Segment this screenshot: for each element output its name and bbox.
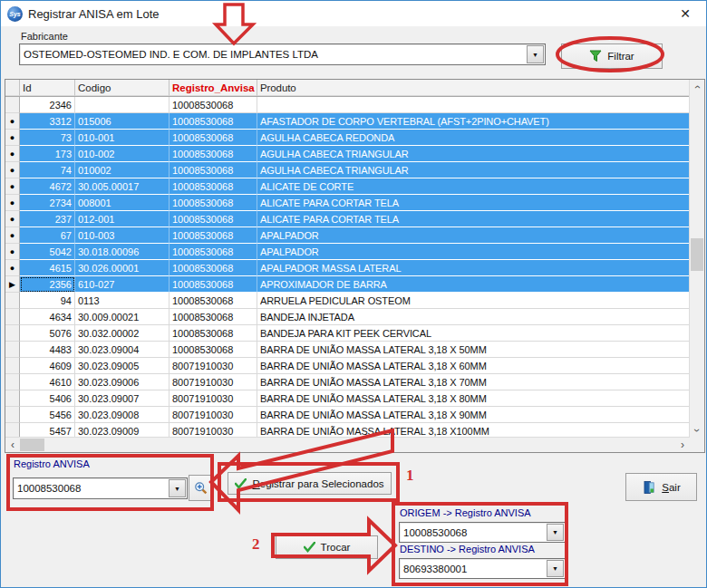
close-icon[interactable]: ✕ [672,1,699,26]
cell-id: 173 [20,146,75,162]
cell-registro: 10008530068 [169,178,257,195]
cell-id: 5457 [20,423,75,437]
cell-codigo: 008001 [75,195,169,211]
table-row[interactable]: ● 73 010-001 10008530068 AGULHA CABECA R… [5,130,690,146]
row-indicator: ● [5,130,20,146]
sair-button[interactable]: Sair [625,473,697,501]
fabricante-combobox[interactable]: OSTEOMED-OSTEOMED IND. E COM. DE IMPLANT… [19,43,546,65]
vertical-scrollbar[interactable]: › › [689,80,704,438]
scroll-up-icon[interactable]: › [690,80,704,94]
horizontal-scroll-thumb[interactable] [20,439,44,451]
row-indicator: ● [5,195,20,211]
table-row[interactable]: ● 5042 30.018.00096 10008530068 APALPADO… [5,244,690,260]
origem-combobox[interactable]: 10008530068 ▼ [399,522,566,543]
row-indicator: ● [5,244,20,260]
destino-combobox[interactable]: 80693380001 ▼ [399,558,566,579]
table-row[interactable]: ● 4672 30.005.00017 10008530068 ALICATE … [5,178,690,195]
cell-produto: BANDEJA PARA KIT PEEK CERVICAL [257,325,690,342]
cell-id: 2356 [20,276,75,293]
table-row[interactable]: ▶ 2356 610-027 10008530068 APROXIMADOR D… [5,276,690,293]
cell-id: 5042 [20,244,75,260]
cell-produto: ALICATE DE CORTE [257,178,690,195]
cell-id: 237 [20,211,75,227]
chevron-down-icon[interactable]: ▼ [547,560,564,577]
cell-registro: 10008530068 [169,276,257,293]
table-row[interactable]: ● 3312 015006 10008530068 AFASTADOR DE C… [5,113,690,130]
table-row[interactable]: 2346 10008530068 [5,97,690,113]
cell-codigo: 010-003 [75,227,169,244]
registrar-selecionados-button[interactable]: Registrar para Selecionados [228,472,392,495]
table-row[interactable]: 4610 30.023.09006 80071910030 BARRA DE U… [5,374,690,390]
cell-codigo: 30.005.00017 [75,178,169,195]
fabricante-label: Fabricante [21,31,68,42]
cell-codigo: 30.026.00001 [75,260,169,276]
cell-id: 4483 [20,342,75,358]
cell-id: 4610 [20,374,75,390]
row-indicator [5,407,20,423]
grid-header: Id Codigo Registro_Anvisa Produto [5,80,690,97]
table-row[interactable]: 94 0113 10008530068 ARRUELA PEDICULAR OS… [5,293,690,309]
registro-anvisa-combobox[interactable]: 10008530068 ▼ [13,477,188,499]
scroll-down-icon[interactable]: › [690,423,704,438]
table-row[interactable]: 5406 30.023.09007 80071910030 BARRA DE U… [5,390,690,407]
table-row[interactable]: ● 74 010002 10008530068 AGULHA CABECA TR… [5,162,690,178]
vertical-scroll-thumb[interactable] [691,238,703,271]
scroll-right-icon[interactable]: › [675,438,690,452]
row-indicator: ▶ [5,276,20,293]
row-indicator: ● [5,162,20,178]
row-indicator: ● [5,113,20,130]
titlebar: Sys Registrar ANISA em Lote ✕ [1,1,706,26]
trocar-button[interactable]: Trocar [276,535,378,559]
annotation-number-1: 1 [406,467,414,485]
cell-registro: 10008530068 [169,293,257,309]
exit-door-icon [642,480,656,495]
cell-codigo: 610-027 [75,276,169,293]
header-produto[interactable]: Produto [257,80,690,96]
origem-label: ORIGEM -> Registro ANVISA [400,507,531,518]
table-row[interactable]: 5076 30.032.00002 10008530068 BANDEJA PA… [5,325,690,342]
cell-produto: ALICATE PARA CORTAR TELA [257,211,690,227]
cell-registro: 10008530068 [169,162,257,178]
chevron-down-icon[interactable]: ▼ [169,479,186,497]
row-indicator [5,309,20,325]
header-id[interactable]: Id [20,80,75,96]
filtrar-label: Filtrar [607,51,634,62]
cell-registro: 10008530068 [169,211,257,227]
table-row[interactable]: ● 4615 30.026.00001 10008530068 APALPADO… [5,260,690,276]
cell-codigo: 30.023.09008 [75,407,169,423]
cell-produto: AGULHA CABECA REDONDA [257,130,690,146]
cell-produto: BARRA DE UNIÃO MASSA LATERAL 3,18 X 50MM [257,342,690,358]
table-row[interactable]: 4483 30.023.09004 10008530068 BARRA DE U… [5,342,690,358]
table-row[interactable]: 4634 30.009.00021 10008530068 BANDEJA IN… [5,309,690,325]
table-row[interactable]: 5456 30.023.09008 80071910030 BARRA DE U… [5,407,690,423]
cell-id: 67 [20,227,75,244]
cell-produto: APALPADOR MASSA LATERAL [257,260,690,276]
row-indicator [5,325,20,342]
header-registro-anvisa[interactable]: Registro_Anvisa [169,80,257,96]
cell-registro: 80071910030 [169,423,257,437]
cell-produto: ARRUELA PEDICULAR OSTEOM [257,293,690,309]
chevron-down-icon[interactable]: ▼ [527,45,544,63]
cell-produto: BARRA DE UNIÃO MASSA LATERAL 3,18 X100MM [257,423,690,437]
filtrar-button[interactable]: Filtrar [561,43,663,69]
header-codigo[interactable]: Codigo [75,80,169,96]
table-row[interactable]: ● 237 012-001 10008530068 ALICATE PARA C… [5,211,690,227]
row-indicator [5,358,20,374]
table-row[interactable]: ● 173 010-002 10008530068 AGULHA CABECA … [5,146,690,162]
horizontal-scrollbar[interactable]: ‹ › [5,437,690,452]
cell-produto: AFASTADOR DE CORPO VERTEBRAL (AFST+2PINO… [257,113,690,130]
window-title: Registrar ANISA em Lote [28,7,160,21]
products-grid: Id Codigo Registro_Anvisa Produto 2346 1… [5,79,705,453]
magnifier-plus-icon [194,481,208,495]
destino-value: 80693380001 [403,559,547,578]
table-row[interactable]: 5457 30.023.09009 80071910030 BARRA DE U… [5,423,690,437]
grid-main: Id Codigo Registro_Anvisa Produto 2346 1… [5,80,690,452]
table-row[interactable]: ● 67 010-003 10008530068 APALPADOR [5,227,690,244]
search-registro-button[interactable] [189,475,212,501]
row-indicator [5,97,20,113]
cell-registro: 10008530068 [169,342,257,358]
table-row[interactable]: ● 2734 008001 10008530068 ALICATE PARA C… [5,195,690,211]
scroll-left-icon[interactable]: ‹ [5,438,20,452]
chevron-down-icon[interactable]: ▼ [547,524,564,541]
table-row[interactable]: 4609 30.023.09005 80071910030 BARRA DE U… [5,358,690,374]
